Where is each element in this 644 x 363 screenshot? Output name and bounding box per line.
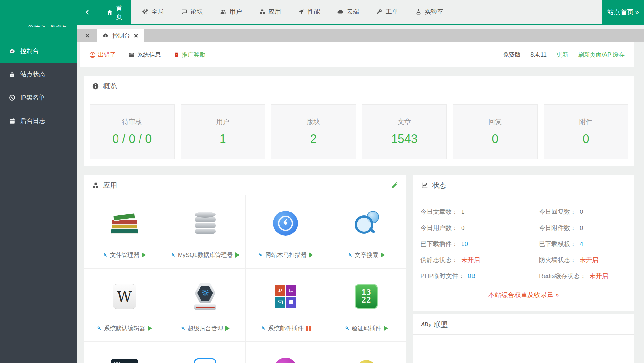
w-card-icon: W <box>113 284 136 309</box>
plug-icon <box>103 252 108 258</box>
gears-icon <box>142 9 148 15</box>
status-value[interactable]: 未开启 <box>461 256 480 264</box>
status-label: 已下载插件： <box>420 240 458 248</box>
topnav-item-performance[interactable]: 性能 <box>298 8 320 16</box>
app-file-manager[interactable]: 文件管理器 <box>84 195 165 268</box>
running-play-icon <box>384 326 388 331</box>
close-icon <box>85 33 90 38</box>
stat-card-replies[interactable]: 回复 0 <box>453 104 538 159</box>
stat-card-forums[interactable]: 版块 2 <box>271 104 356 159</box>
refresh-cache-link[interactable]: 刷新页面/API缓存 <box>578 51 625 59</box>
status-label: PHP临时文件： <box>420 272 464 280</box>
chevron-left-icon <box>84 9 90 16</box>
topnav-item-apps[interactable]: 应用 <box>259 8 281 16</box>
lock-icon <box>9 71 16 78</box>
topnav-item-label: 工单 <box>386 8 398 16</box>
database-icon <box>195 212 216 235</box>
topnav-item-label: 性能 <box>308 8 320 16</box>
ban-icon <box>9 94 16 101</box>
system-info-link[interactable]: 系统信息 <box>128 51 161 59</box>
sidebar-item-site-status[interactable]: 站点状态 <box>0 63 77 86</box>
site-home-button[interactable]: 站点首页 » <box>602 0 644 25</box>
topnav-item-forum[interactable]: 论坛 <box>181 8 203 16</box>
status-row: 今日附件数：0 <box>539 220 627 236</box>
stat-value: 0 / 0 / 0 <box>112 132 152 146</box>
edit-apps-pencil-icon[interactable] <box>391 181 398 189</box>
angle-double-down-icon: » <box>554 293 561 297</box>
seo-weight-link[interactable]: 本站综合权重及收录量» <box>413 284 634 311</box>
app-name: 超级后台管理 <box>188 324 223 332</box>
app-cell-partial[interactable] <box>326 341 407 363</box>
cubes-icon <box>92 182 99 189</box>
app-trojan-scanner[interactable]: 网站木马扫描器 <box>245 195 326 268</box>
stat-value: 1 <box>220 132 226 146</box>
status-value[interactable]: 未开启 <box>580 256 598 264</box>
status-row: 今日文章数：1 <box>420 204 539 220</box>
promo-reward-link[interactable]: 推广奖励 <box>173 51 205 59</box>
sidebar-item-label: IP黑名单 <box>20 93 45 102</box>
status-value[interactable]: 0B <box>468 272 475 280</box>
status-value: 0 <box>580 224 583 232</box>
status-value[interactable]: 10 <box>461 240 468 248</box>
sidebar-item-admin-log[interactable]: 后台日志 <box>0 109 77 132</box>
status-value[interactable]: 4 <box>580 240 583 248</box>
topnav-item-ticket[interactable]: 工单 <box>376 8 398 16</box>
sidebar-item-ip-blacklist[interactable]: IP黑名单 <box>0 86 77 109</box>
yellow-circle-icon <box>357 360 376 363</box>
running-play-icon <box>148 326 152 331</box>
status-list: 今日文章数：1 今日回复数：0 今日用户数：0 今日附件数：0 已下载插件：10… <box>413 195 634 284</box>
comment-icon <box>181 9 187 15</box>
home-icon <box>106 9 113 16</box>
app-system-mail[interactable]: 系统邮件插件 <box>245 268 326 341</box>
app-cell-partial[interactable]: 简 <box>165 341 246 363</box>
red-packet-icon <box>173 52 179 58</box>
running-play-icon <box>142 252 146 258</box>
app-article-search[interactable]: 文章搜索 <box>326 195 407 268</box>
app-default-editor[interactable]: W 系统默认编辑器 <box>84 268 165 341</box>
topnav-item-home[interactable]: 首页 <box>97 0 131 25</box>
close-tab-icon[interactable] <box>134 33 138 38</box>
stat-value: 0 <box>492 132 498 146</box>
paper-plane-icon <box>298 9 305 15</box>
plug-icon <box>261 326 267 331</box>
topnav-item-label: 用户 <box>229 8 242 16</box>
apps-grid: 文件管理器 MySQL数据库管理器 <box>84 195 406 363</box>
plug-icon <box>345 326 350 331</box>
topnav-item-lab[interactable]: 实验室 <box>415 8 443 16</box>
status-row: 伪静态状态：未开启 <box>420 252 539 268</box>
close-all-tabs-button[interactable] <box>80 29 94 42</box>
captcha-line: 22 <box>361 296 371 304</box>
sidebar-item-dashboard[interactable]: 控制台 <box>0 39 77 63</box>
topnav-item-global[interactable]: 全局 <box>142 8 164 16</box>
app-mysql-manager[interactable]: MySQL数据库管理器 <box>165 195 246 268</box>
status-value[interactable]: 未开启 <box>590 272 608 280</box>
app-cell-partial[interactable] <box>245 341 326 363</box>
topnav-item-cloud[interactable]: 云端 <box>337 8 359 16</box>
update-link[interactable]: 更新 <box>556 51 568 59</box>
captcha-digits-icon: 13 22 <box>355 284 378 309</box>
status-label: 防火墙状态： <box>539 256 576 264</box>
topnav-item-users[interactable]: 用户 <box>220 8 242 16</box>
radar-scan-icon <box>273 211 298 236</box>
toolbar: 出错了 系统信息 推广奖励 免费版 8.4.11 更新 刷新页面/API缓存 <box>80 42 634 67</box>
wrench-icon <box>376 9 383 15</box>
stat-value: 1543 <box>391 132 418 146</box>
app-captcha-plugin[interactable]: 13 22 验证码插件 <box>326 268 407 341</box>
app-name: 文件管理器 <box>110 251 140 259</box>
books-stack-icon <box>110 212 139 234</box>
app-super-admin[interactable]: 超级后台管理 <box>165 268 246 341</box>
sidebar-collapse-button[interactable] <box>77 0 97 25</box>
running-play-icon <box>309 252 313 258</box>
topbar: 首页 全局 论坛 用户 应用 性能 <box>0 0 644 25</box>
topnav-item-label: 云端 <box>347 8 359 16</box>
status-label: 今日文章数： <box>420 208 458 216</box>
stat-card-attachments[interactable]: 附件 0 <box>544 104 629 159</box>
stat-label: 回复 <box>488 117 502 126</box>
stat-card-users[interactable]: 用户 1 <box>181 104 266 159</box>
status-label: 今日附件数： <box>539 224 576 232</box>
tab-dashboard[interactable]: 控制台 <box>97 29 144 42</box>
app-cell-partial[interactable] <box>84 341 165 363</box>
error-report-link[interactable]: 出错了 <box>89 51 116 59</box>
stat-card-pending[interactable]: 待审核 0 / 0 / 0 <box>90 104 175 159</box>
stat-card-posts[interactable]: 文章 1543 <box>362 104 447 159</box>
